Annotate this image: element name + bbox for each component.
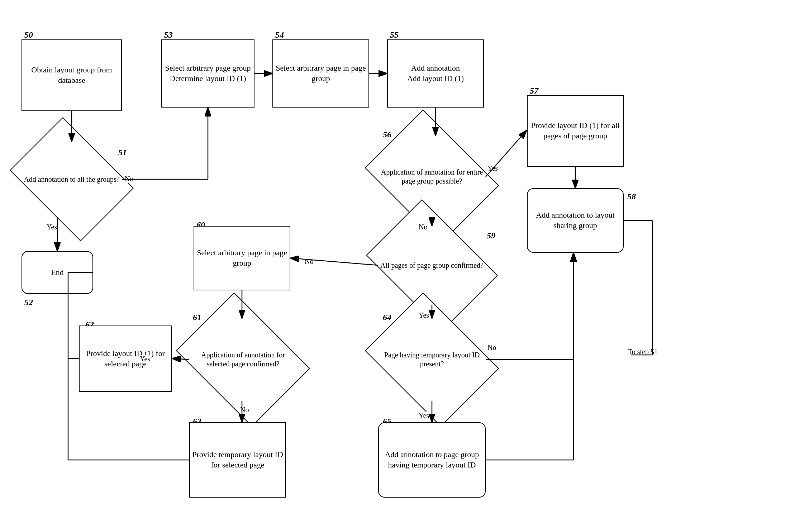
step-label-59: 59 xyxy=(487,231,495,241)
node-58: Add annotation to layout sharing group xyxy=(527,188,624,253)
node-63: Provide temporary layout ID for selected… xyxy=(189,422,286,498)
step-label-54: 54 xyxy=(275,30,284,40)
node-59: All pages of page group confirmed? xyxy=(378,226,486,305)
label-no-61: No xyxy=(240,406,249,414)
node-52: End xyxy=(22,251,93,294)
node-53: Select arbitrary page groupDetermine lay… xyxy=(161,39,254,108)
node-62: Provide layout ID (1) for selected page xyxy=(79,326,172,392)
step-label-53: 53 xyxy=(164,30,173,40)
label-no-56: No xyxy=(419,223,427,231)
step-label-52: 52 xyxy=(24,298,33,307)
label-yes-56: Yes xyxy=(487,164,498,172)
label-no-59: No xyxy=(305,257,313,266)
label-yes-61: Yes xyxy=(140,355,150,363)
node-55: Add annotationAdd layout ID (1) xyxy=(387,39,484,108)
node-57: Provide layout ID (1) for all pages of p… xyxy=(527,95,624,167)
step-label-58: 58 xyxy=(627,192,636,201)
node-65: Add annotation to page group having temp… xyxy=(378,422,486,498)
label-no-64: No xyxy=(487,343,496,352)
label-yes-59: Yes xyxy=(419,311,429,319)
node-51: Add annotation to all the groups? xyxy=(22,142,122,217)
node-54: Select arbitrary page in page group xyxy=(272,39,369,108)
label-yes-51: Yes xyxy=(47,223,57,231)
node-56: Application of annotation for entire pag… xyxy=(378,136,486,218)
label-tostep-51: To step 51 xyxy=(628,348,658,356)
flowchart-diagram: 50 Obtain layout group from database 51 … xyxy=(0,0,809,532)
svg-line-11 xyxy=(291,258,378,265)
node-61: Application of annotation for selected p… xyxy=(189,318,297,401)
node-60: Select arbitrary page in page group xyxy=(194,226,290,290)
step-label-57: 57 xyxy=(530,86,538,96)
step-label-50: 50 xyxy=(24,30,33,40)
node-64: Page having temporary layout ID present? xyxy=(378,318,486,401)
label-no-51: No xyxy=(125,175,133,183)
node-50: Obtain layout group from database xyxy=(22,39,122,111)
label-yes-64: Yes xyxy=(419,412,429,420)
step-label-55: 55 xyxy=(390,30,399,40)
